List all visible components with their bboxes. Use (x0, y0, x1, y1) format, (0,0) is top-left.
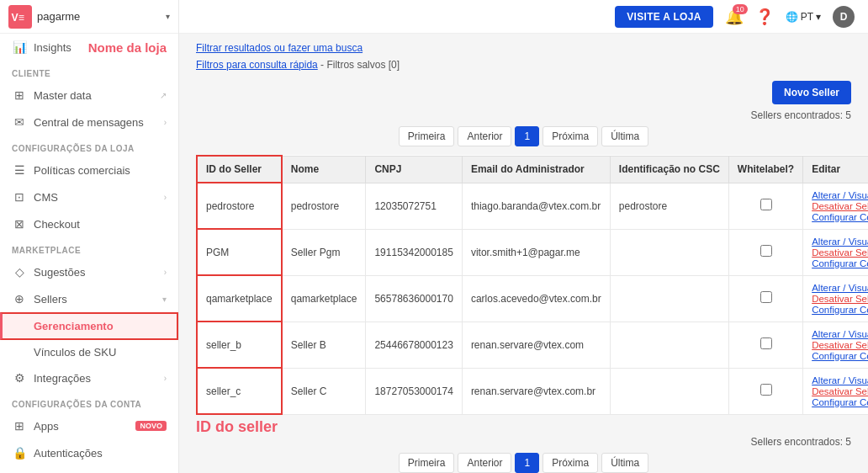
edit-link-desativar-seller[interactable]: Desativar Seller (812, 247, 868, 258)
sidebar-sub-item-gerenciamento[interactable]: Gerenciamento (0, 312, 178, 340)
filter-link[interactable]: Filtrar resultados ou fazer uma busca (196, 42, 851, 54)
politicas-label: Políticas comerciais (34, 164, 167, 177)
edit-link-desativar-seller[interactable]: Desativar Seller (812, 340, 868, 350)
novo-seller-button[interactable]: Novo Seller (772, 81, 851, 104)
pagination-last-bottom[interactable]: Última (601, 453, 648, 473)
edit-link-desativar-seller[interactable]: Desativar Seller (812, 386, 868, 396)
integracoes-icon: ⚙ (12, 370, 27, 385)
edit-link-alterar-visualizar[interactable]: Alterar / Visualizar (812, 283, 868, 293)
whitelabel-checkbox[interactable] (760, 245, 772, 257)
col-header-cnpj: CNPJ (366, 156, 462, 183)
seller-email-cell: carlos.acevedo@vtex.com.br (462, 275, 610, 322)
seller-id-cell: PGM (197, 229, 282, 275)
cms-icon: ⊡ (12, 189, 27, 205)
sellers-icon: ⊕ (12, 291, 27, 306)
seller-csc-cell: pedrostore (610, 183, 728, 229)
sidebar-item-politicas[interactable]: ☰ Políticas comerciais (0, 157, 178, 183)
sidebar-item-central-mensagens[interactable]: ✉ Central de mensagens › (0, 109, 178, 136)
sidebar-item-sugestoes[interactable]: ◇ Sugestões › (0, 258, 178, 285)
sidebar-item-insights[interactable]: 📊 Insights Nome da loja (0, 34, 178, 61)
seller-id-cell: qamarketplace (197, 275, 282, 322)
notifications-badge: 10 (733, 4, 748, 14)
seller-id-cell: pedrostore (197, 183, 282, 229)
notifications-button[interactable]: 🔔 10 (725, 8, 744, 26)
help-button[interactable]: ❓ (755, 8, 774, 26)
insights-icon: 📊 (12, 40, 27, 55)
sidebar-sub-item-vinculos-sku[interactable]: Vínculos de SKU (0, 340, 178, 364)
pagination-bottom: Primeira Anterior 1 Próxima Última (196, 453, 851, 473)
visite-loja-button[interactable]: VISITE A LOJA (615, 6, 712, 28)
edit-link-configurar-comissionamento[interactable]: Configurar Comissionamento (812, 212, 868, 222)
whitelabel-checkbox[interactable] (760, 291, 772, 303)
seller-edit-cell: Alterar / VisualizarDesativar SellerConf… (803, 275, 868, 322)
sidebar-item-autenticacoes[interactable]: 🔒 Autenticações (0, 439, 178, 466)
seller-cnpj-cell: 19115342000185 (366, 229, 462, 275)
whitelabel-checkbox[interactable] (760, 384, 772, 396)
seller-edit-cell: Alterar / VisualizarDesativar SellerConf… (803, 322, 868, 368)
pagination-prev-bottom[interactable]: Anterior (458, 453, 511, 473)
user-avatar[interactable]: D (833, 6, 855, 28)
edit-link-configurar-comissionamento[interactable]: Configurar Comissionamento (812, 258, 868, 268)
seller-email-cell: renan.servare@vtex.com.br (462, 368, 610, 414)
sidebar-item-master-data[interactable]: ⊞ Master data ↗ (0, 82, 178, 109)
pagination-last[interactable]: Última (601, 126, 648, 146)
apps-label: Apps (34, 420, 130, 433)
master-data-icon: ⊞ (12, 88, 27, 103)
edit-link-alterar-visualizar[interactable]: Alterar / Visualizar (812, 375, 868, 385)
seller-whitelabel-cell (728, 275, 802, 322)
language-selector[interactable]: 🌐 PT ▾ (786, 11, 821, 23)
nome-da-loja-annotation: Nome da loja (88, 40, 167, 55)
sugestoes-icon: ◇ (12, 264, 27, 279)
edit-link-configurar-comissionamento[interactable]: Configurar Comissionamento (812, 305, 868, 315)
chevron-right-icon: › (164, 118, 167, 127)
pagination-next[interactable]: Próxima (542, 126, 598, 146)
table-row: seller_bSeller B25446678000123renan.serv… (197, 322, 868, 368)
cms-label: CMS (34, 191, 164, 204)
whitelabel-checkbox[interactable] (760, 199, 772, 210)
col-header-whitelabel: Whitelabel? (728, 156, 802, 183)
col-header-editar: Editar (803, 156, 868, 183)
sidebar-item-checkout[interactable]: ⊠ Checkout (0, 210, 178, 237)
whitelabel-checkbox[interactable] (760, 337, 772, 349)
seller-csc-cell (610, 275, 728, 322)
sidebar-header: V≡ pagarme ▾ (0, 0, 178, 34)
edit-link-configurar-comissionamento[interactable]: Configurar Comissionamento (812, 351, 868, 361)
section-label-marketplace: MARKETPLACE (0, 237, 178, 258)
lang-chevron-icon: ▾ (816, 11, 821, 23)
col-header-csc: Identificação no CSC (610, 156, 728, 183)
sidebar-item-sellers[interactable]: ⊕ Sellers ▾ (0, 285, 178, 312)
pagination-first[interactable]: Primeira (399, 126, 455, 146)
sellers-label: Sellers (34, 293, 162, 306)
pagination-first-bottom[interactable]: Primeira (399, 453, 455, 473)
edit-link-configurar-comissionamento[interactable]: Configurar Comissionamento (812, 397, 868, 407)
edit-link-desativar-seller[interactable]: Desativar Seller (812, 294, 868, 304)
pagination-next-bottom[interactable]: Próxima (542, 453, 598, 473)
table-row: qamarketplaceqamarketplace56578636000170… (197, 275, 868, 322)
sidebar-nav: 📊 Insights Nome da loja CLIENTE ⊞ Master… (0, 34, 178, 473)
edit-link-alterar-visualizar[interactable]: Alterar / Visualizar (812, 236, 868, 247)
sidebar-item-cms[interactable]: ⊡ CMS › (0, 183, 178, 210)
seller-nome-cell: Seller Pgm (282, 229, 366, 275)
pagination-page[interactable]: 1 (515, 126, 539, 146)
pagination-page-bottom[interactable]: 1 (515, 453, 539, 473)
edit-link-desativar-seller[interactable]: Desativar Seller (812, 201, 868, 211)
seller-id-cell: seller_c (197, 368, 282, 414)
table-row: pedrostorepedrostore12035072751thiago.ba… (197, 183, 868, 229)
section-label-config-loja: CONFIGURAÇÕES DA LOJA (0, 136, 178, 157)
seller-id-cell: seller_b (197, 322, 282, 368)
edit-link-alterar-visualizar[interactable]: Alterar / Visualizar (812, 329, 868, 339)
table-row: seller_cSeller C18727053000174renan.serv… (197, 368, 868, 414)
sidebar-item-gerenciamento-conta[interactable]: 👤 Gerenciamento da conta (0, 466, 178, 473)
edit-link-alterar-visualizar[interactable]: Alterar / Visualizar (812, 190, 868, 200)
seller-nome-cell: Seller C (282, 368, 366, 414)
sidebar-item-integracoes[interactable]: ⚙ Integrações › (0, 364, 178, 391)
quick-filters-link[interactable]: Filtros para consulta rápida (196, 59, 318, 71)
seller-cnpj-cell: 12035072751 (366, 183, 462, 229)
seller-edit-cell: Alterar / VisualizarDesativar SellerConf… (803, 229, 868, 275)
pagination-prev[interactable]: Anterior (458, 126, 511, 146)
vinculos-label: Vínculos de SKU (34, 346, 116, 359)
id-do-seller-annotation: ID do seller (196, 418, 851, 436)
auth-icon: 🔒 (12, 445, 27, 460)
store-selector[interactable]: pagarme ▾ (37, 10, 170, 23)
sidebar-item-apps[interactable]: ⊞ Apps NOVO (0, 412, 178, 439)
